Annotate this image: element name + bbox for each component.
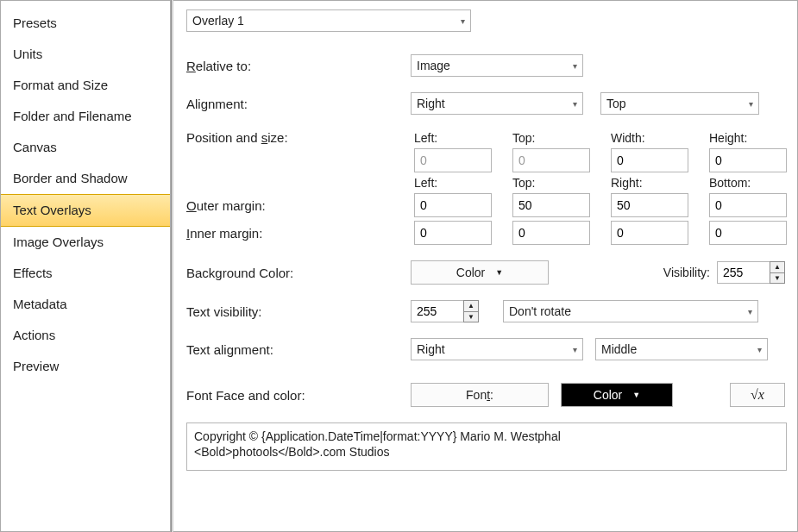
text-visibility-spinner[interactable]: ▲ ▼ (411, 300, 479, 322)
sidebar: PresetsUnitsFormat and SizeFolder and Fi… (1, 1, 171, 531)
bg-visibility-spinner[interactable]: ▲ ▼ (717, 261, 785, 284)
spin-up-icon[interactable]: ▲ (770, 261, 785, 272)
text-visibility-label: Text visibility: (186, 304, 411, 319)
sidebar-item-image-overlays[interactable]: Image Overlays (1, 227, 170, 258)
relative-to-dropdown[interactable]: Image ▾ (411, 54, 583, 77)
inner-top-input[interactable] (512, 221, 590, 245)
inner-bottom-input[interactable] (709, 221, 787, 245)
chevron-down-icon: ▾ (573, 99, 577, 109)
alignment-h-dropdown[interactable]: Right ▾ (411, 92, 583, 115)
overlay-text-content[interactable]: Copyright © {Application.DateTime|format… (186, 422, 787, 471)
header-left: Left: (414, 131, 509, 145)
spin-up-icon[interactable]: ▲ (463, 300, 479, 311)
background-color-label: Background Color: (186, 266, 411, 280)
background-color-button[interactable]: Color ▼ (411, 260, 549, 285)
outer-right-input[interactable] (611, 193, 688, 217)
sidebar-item-text-overlays[interactable]: Text Overlays (1, 194, 170, 227)
header-top: Top: (512, 131, 607, 145)
overlay-selector-value: Overlay 1 (192, 14, 244, 28)
pos-width-input[interactable] (611, 148, 688, 172)
spin-down-icon[interactable]: ▼ (463, 311, 479, 322)
relative-to-label: Relative to: (186, 59, 411, 73)
sidebar-item-units[interactable]: Units (1, 39, 170, 70)
overlay-selector[interactable]: Overlay 1 ▾ (186, 9, 471, 32)
sidebar-item-presets[interactable]: Presets (1, 8, 170, 39)
inner-left-input[interactable] (414, 221, 492, 245)
header-right: Right: (611, 176, 706, 190)
outer-left-input[interactable] (414, 193, 492, 217)
spin-down-icon[interactable]: ▼ (770, 272, 785, 284)
text-visibility-input[interactable] (411, 300, 464, 322)
chevron-down-icon: ▾ (757, 345, 762, 354)
chevron-down-icon: ▾ (748, 307, 752, 316)
sidebar-item-metadata[interactable]: Metadata (1, 289, 170, 320)
chevron-down-icon: ▾ (749, 99, 753, 109)
outer-margin-label: Outer margin: (186, 198, 411, 213)
font-color-button[interactable]: Color ▼ (561, 383, 673, 407)
sidebar-item-folder-and-filename[interactable]: Folder and Filename (1, 101, 170, 132)
header-width: Width: (611, 131, 706, 145)
sidebar-item-format-and-size[interactable]: Format and Size (1, 70, 170, 101)
triangle-down-icon: ▼ (495, 268, 503, 277)
sqrt-icon: √x (751, 387, 764, 403)
inner-right-input[interactable] (611, 221, 688, 245)
rotate-dropdown[interactable]: Don't rotate ▾ (503, 300, 758, 322)
sidebar-item-effects[interactable]: Effects (1, 258, 170, 289)
chevron-down-icon: ▾ (461, 16, 465, 26)
outer-bottom-input[interactable] (709, 193, 787, 217)
sidebar-item-canvas[interactable]: Canvas (1, 132, 170, 163)
triangle-down-icon: ▼ (632, 391, 640, 399)
formula-button[interactable]: √x (730, 383, 785, 407)
pos-height-input[interactable] (709, 148, 787, 172)
sidebar-item-preview[interactable]: Preview (1, 351, 170, 382)
sidebar-item-actions[interactable]: Actions (1, 320, 170, 351)
sidebar-item-border-and-shadow[interactable]: Border and Shadow (1, 163, 170, 194)
outer-top-input[interactable] (512, 193, 590, 217)
text-alignment-label: Text alignment: (186, 342, 411, 357)
pos-top-input (512, 148, 590, 172)
alignment-label: Alignment: (186, 97, 411, 111)
main-panel: Overlay 1 ▾ Relative to: Image ▾ Alignme… (171, 1, 797, 531)
text-align-h-dropdown[interactable]: Right ▾ (411, 338, 583, 360)
chevron-down-icon: ▾ (573, 345, 577, 354)
header-left-2: Left: (414, 176, 509, 190)
header-top-2: Top: (512, 176, 607, 190)
header-bottom: Bottom: (709, 176, 797, 190)
visibility-label: Visibility: (663, 266, 710, 279)
inner-margin-label: Inner margin: (186, 226, 411, 241)
bg-visibility-input[interactable] (717, 261, 770, 284)
font-button[interactable]: Font: (411, 383, 549, 407)
position-size-label: Position and size: (186, 130, 411, 145)
pos-left-input (414, 148, 492, 172)
header-height: Height: (709, 131, 797, 145)
text-align-v-dropdown[interactable]: Middle ▾ (595, 338, 768, 360)
alignment-v-dropdown[interactable]: Top ▾ (600, 92, 759, 115)
font-face-color-label: Font Face and color: (186, 388, 411, 403)
chevron-down-icon: ▾ (573, 61, 577, 71)
